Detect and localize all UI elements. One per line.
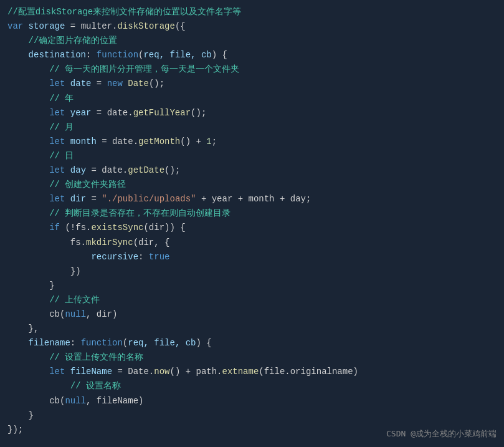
code-token: (); <box>149 79 164 89</box>
code-token: existsSync <box>91 223 143 233</box>
code-token: true <box>149 252 170 262</box>
code-line: destination: function(req, file, cb) { <box>0 48 504 62</box>
code-content: //配置diskStorage来控制文件存储的位置以及文件名字等var stor… <box>0 5 504 437</box>
watermark: CSDN @成为全栈的小菜鸡前端 <box>386 428 497 441</box>
code-line: //确定图片存储的位置 <box>0 34 504 48</box>
code-token: diskStorage <box>117 21 174 31</box>
code-line: } <box>0 279 504 293</box>
code-line: }, <box>0 322 504 336</box>
code-token <box>7 137 49 147</box>
code-token: }); <box>7 425 23 435</box>
code-line: filename: function(req, file, cb) { <box>0 336 504 350</box>
code-line: let day = date.getDate(); <box>0 163 504 178</box>
code-line: cb(null, fileName) <box>0 394 504 408</box>
code-line: let date = new Date(); <box>0 77 504 91</box>
code-token: // 创建文件夹路径 <box>7 180 126 190</box>
code-token: 1 <box>206 137 211 147</box>
code-token: function <box>97 50 138 60</box>
code-token: ({ <box>175 21 186 31</box>
code-token: extname <box>222 367 259 377</box>
code-token: storage <box>29 21 65 31</box>
code-line: // 设置上传文件的名称 <box>0 350 504 365</box>
code-line: recursive: true <box>0 250 504 264</box>
code-token: } <box>7 410 34 420</box>
code-token: = date. <box>97 137 138 147</box>
code-token: getFullYear <box>133 108 191 118</box>
code-line: let year = date.getFullYear(); <box>0 106 504 120</box>
code-token: if <box>49 223 60 233</box>
code-token: }, <box>7 324 39 334</box>
code-token: = <box>86 194 102 204</box>
code-token: new <box>107 79 128 89</box>
code-token: } <box>7 281 55 291</box>
code-token: ( <box>123 338 128 348</box>
code-token: //确定图片存储的位置 <box>7 36 117 46</box>
code-line: // 月 <box>0 120 504 135</box>
code-line: }) <box>0 264 504 279</box>
code-token: // 设置上传文件的名称 <box>7 352 143 362</box>
code-token: date <box>70 79 92 89</box>
code-token: null <box>65 309 86 319</box>
code-token: getMonth <box>138 137 180 147</box>
code-token: mkdirSync <box>86 238 133 248</box>
code-token: recursive <box>7 252 138 262</box>
code-line: cb(null, dir) <box>0 307 504 322</box>
code-token: (!fs. <box>60 223 91 233</box>
code-token: : <box>86 50 97 60</box>
code-token: , dir) <box>86 309 117 319</box>
code-token: day <box>70 165 86 175</box>
code-token: : <box>138 252 149 262</box>
code-line: // 日 <box>0 149 504 163</box>
code-line: // 年 <box>0 92 504 106</box>
code-token: req, file, cb <box>143 50 211 60</box>
code-token: (dir, { <box>133 238 170 248</box>
code-token: ) { <box>212 50 227 60</box>
code-token: let <box>49 108 70 118</box>
code-token: () + path. <box>169 367 222 377</box>
code-token: multer <box>81 21 112 31</box>
code-token: = <box>65 21 80 31</box>
code-token: destination <box>7 50 86 60</box>
code-line: // 创建文件夹路径 <box>0 178 504 192</box>
code-line: if (!fs.existsSync(dir)) { <box>0 221 504 235</box>
code-token: // 设置名称 <box>7 381 121 391</box>
code-token: (); <box>191 108 206 118</box>
code-token: //配置diskStorage来控制文件存储的位置以及文件名字等 <box>7 7 241 17</box>
code-token: ) { <box>196 338 211 348</box>
code-editor: //配置diskStorage来控制文件存储的位置以及文件名字等var stor… <box>0 0 504 447</box>
code-token: function <box>81 338 123 348</box>
code-token: () + <box>180 137 206 147</box>
code-token: (file.originalname) <box>259 367 358 377</box>
code-token: = <box>91 79 107 89</box>
code-token: }) <box>7 266 81 276</box>
code-token: ; <box>212 137 217 147</box>
code-token: = Date. <box>112 367 154 377</box>
code-token: , fileName) <box>86 396 143 406</box>
code-token: dir <box>70 194 86 204</box>
code-token: let <box>49 137 70 147</box>
code-line: // 每一天的图片分开管理，每一天是一个文件夹 <box>0 62 504 77</box>
code-line: // 判断目录是否存在，不存在则自动创建目录 <box>0 206 504 221</box>
code-token: null <box>65 396 86 406</box>
code-line: let fileName = Date.now() + path.extname… <box>0 365 504 379</box>
code-token: req, file, cb <box>128 338 196 348</box>
code-token: (); <box>164 165 180 175</box>
code-token: fileName <box>70 367 112 377</box>
code-token: // 判断目录是否存在，不存在则自动创建目录 <box>7 208 231 218</box>
code-token: = date. <box>86 165 128 175</box>
code-token: fs. <box>7 238 86 248</box>
code-token: = date. <box>91 108 133 118</box>
code-token: let <box>49 79 70 89</box>
code-token: year <box>70 108 92 118</box>
code-token: (dir)) { <box>143 223 185 233</box>
code-token: cb( <box>7 396 65 406</box>
code-line: let month = date.getMonth() + 1; <box>0 135 504 149</box>
code-token: let <box>49 194 70 204</box>
code-token: let <box>49 165 70 175</box>
code-token <box>7 194 49 204</box>
code-token <box>7 108 49 118</box>
code-token <box>7 79 49 89</box>
code-token: let <box>49 367 70 377</box>
code-token <box>7 165 49 175</box>
code-line: var storage = multer.diskStorage({ <box>0 19 504 34</box>
